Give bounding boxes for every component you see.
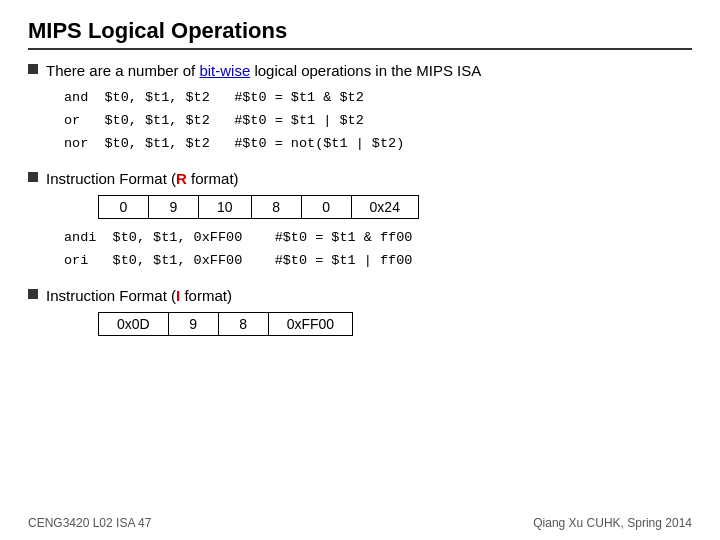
r-col-1: 9 <box>149 195 199 218</box>
footer: CENG3420 L02 ISA 47 Qiang Xu CUHK, Sprin… <box>28 516 692 530</box>
page-title: MIPS Logical Operations <box>28 18 287 43</box>
i-format-table: 0x0D 9 8 0xFF00 <box>98 312 353 336</box>
r-col-4: 0 <box>301 195 351 218</box>
table-row: 0 9 10 8 0 0x24 <box>99 195 419 218</box>
r-col-3: 8 <box>251 195 301 218</box>
bullet-icon-3 <box>28 289 38 299</box>
bullet-3-prefix: Instruction Format ( <box>46 287 176 304</box>
bullet-icon <box>28 64 38 74</box>
bullet-1-prefix: There are a number of <box>46 62 199 79</box>
code-line-4: andi $t0, $t1, 0xFF00 #$t0 = $t1 & ff00 <box>64 227 692 250</box>
bullet-icon-2 <box>28 172 38 182</box>
bullet-1-highlight: bit-wise <box>199 62 250 79</box>
footer-left: CENG3420 L02 ISA 47 <box>28 516 151 530</box>
i-col-3: 0xFF00 <box>268 312 352 335</box>
bullet-2-suffix: format) <box>187 170 239 187</box>
bullet-2: Instruction Format (R format) <box>28 168 692 189</box>
code-line-3: nor $t0, $t1, $t2 #$t0 = not($t1 | $t2) <box>64 133 692 156</box>
i-col-1: 9 <box>168 312 218 335</box>
i-format-table-wrapper: 0x0D 9 8 0xFF00 <box>98 312 692 336</box>
title-section: MIPS Logical Operations <box>28 18 692 50</box>
code-line-1: and $t0, $t1, $t2 #$t0 = $t1 & $t2 <box>64 87 692 110</box>
bullet-3-suffix: format) <box>180 287 232 304</box>
bullet-2-highlight: R <box>176 170 187 187</box>
bullet-1: There are a number of bit-wise logical o… <box>28 60 692 81</box>
code-line-2: or $t0, $t1, $t2 #$t0 = $t1 | $t2 <box>64 110 692 133</box>
r-col-0: 0 <box>99 195 149 218</box>
bullet-1-suffix: logical operations in the MIPS ISA <box>250 62 481 79</box>
r-col-2: 10 <box>199 195 252 218</box>
bullet-3-text: Instruction Format (I format) <box>46 285 232 306</box>
footer-right: Qiang Xu CUHK, Spring 2014 <box>533 516 692 530</box>
code-section-2: andi $t0, $t1, 0xFF00 #$t0 = $t1 & ff00 … <box>64 227 692 273</box>
i-col-0: 0x0D <box>99 312 169 335</box>
bullet-2-text: Instruction Format (R format) <box>46 168 239 189</box>
bullet-2-prefix: Instruction Format ( <box>46 170 176 187</box>
bullet-3: Instruction Format (I format) <box>28 285 692 306</box>
page: MIPS Logical Operations There are a numb… <box>0 0 720 540</box>
r-format-table-wrapper: 0 9 10 8 0 0x24 <box>98 195 692 219</box>
code-line-5: ori $t0, $t1, 0xFF00 #$t0 = $t1 | ff00 <box>64 250 692 273</box>
code-section-1: and $t0, $t1, $t2 #$t0 = $t1 & $t2 or $t… <box>64 87 692 156</box>
bullet-1-text: There are a number of bit-wise logical o… <box>46 60 481 81</box>
table-row-i: 0x0D 9 8 0xFF00 <box>99 312 353 335</box>
r-format-table: 0 9 10 8 0 0x24 <box>98 195 419 219</box>
i-col-2: 8 <box>218 312 268 335</box>
r-col-5: 0x24 <box>351 195 418 218</box>
